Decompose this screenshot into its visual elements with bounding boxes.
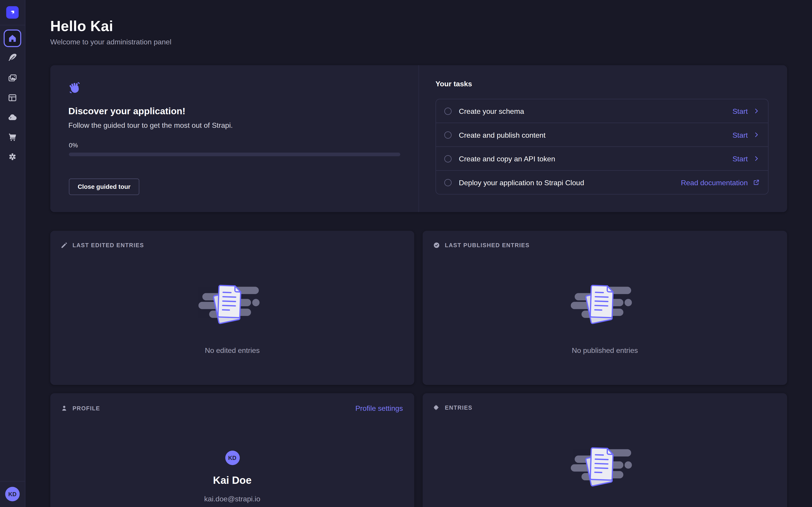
profile-name: Kai Doe bbox=[213, 474, 252, 486]
page-subtitle: Welcome to your administration panel bbox=[50, 38, 171, 46]
profile-email: kai.doe@strapi.io bbox=[204, 495, 260, 503]
task-status-circle bbox=[444, 107, 452, 114]
sidebar: KD bbox=[0, 0, 26, 507]
sidebar-item-media-library[interactable] bbox=[0, 69, 25, 87]
tasks-heading: Your tasks bbox=[436, 80, 472, 88]
layout-icon bbox=[7, 93, 17, 103]
check-circle-icon bbox=[433, 241, 440, 249]
gear-icon bbox=[7, 152, 17, 162]
task-row: Create your schema Start bbox=[436, 99, 768, 123]
chevron-right-icon bbox=[753, 108, 760, 114]
task-status-circle bbox=[444, 179, 452, 186]
task-label: Create and publish content bbox=[459, 131, 725, 139]
entries-card: ENTRIES No published entries bbox=[422, 393, 787, 507]
widget-header: LAST EDITED ENTRIES bbox=[50, 231, 414, 249]
widget-header: PROFILE Profile settings bbox=[50, 393, 414, 412]
empty-state-text: No edited entries bbox=[205, 346, 260, 354]
media-library-icon bbox=[7, 73, 17, 83]
last-edited-entries-card: LAST EDITED ENTRIES No edited entries bbox=[50, 231, 414, 385]
task-status-circle bbox=[444, 131, 452, 138]
guided-tour-column: Discover your application! Follow the gu… bbox=[50, 65, 418, 212]
widget-title: LAST PUBLISHED ENTRIES bbox=[445, 242, 529, 248]
waving-hand-icon bbox=[68, 82, 81, 95]
documents-illustration bbox=[571, 443, 639, 492]
person-icon bbox=[61, 404, 68, 412]
widget-header: ENTRIES bbox=[422, 393, 787, 411]
last-published-entries-card: LAST PUBLISHED ENTRIES No published entr… bbox=[422, 231, 787, 385]
puzzle-icon bbox=[433, 404, 440, 411]
chevron-right-icon bbox=[753, 131, 760, 138]
close-guided-tour-button[interactable]: Close guided tour bbox=[69, 178, 139, 195]
documents-illustration bbox=[571, 281, 639, 330]
empty-state: No published entries bbox=[422, 443, 787, 507]
sidebar-item-settings[interactable] bbox=[0, 148, 25, 166]
task-label: Create your schema bbox=[459, 107, 725, 115]
guided-tour-card: Discover your application! Follow the gu… bbox=[50, 65, 787, 212]
empty-state: No edited entries bbox=[50, 281, 414, 354]
task-start-link[interactable]: Start bbox=[732, 107, 760, 115]
chevron-right-icon bbox=[753, 155, 760, 162]
widget-title: PROFILE bbox=[72, 405, 100, 411]
home-icon bbox=[8, 34, 17, 43]
sidebar-divider bbox=[0, 481, 25, 482]
empty-state-text: No published entries bbox=[572, 346, 638, 354]
read-documentation-link[interactable]: Read documentation bbox=[681, 178, 760, 186]
task-action-label: Start bbox=[732, 131, 748, 139]
profile-card: PROFILE Profile settings KD Kai Doe kai.… bbox=[50, 393, 414, 507]
task-action-label: Read documentation bbox=[681, 178, 748, 186]
progress-bar bbox=[69, 153, 400, 156]
task-status-circle bbox=[444, 155, 452, 162]
cloud-icon bbox=[7, 112, 17, 123]
widget-title: ENTRIES bbox=[445, 404, 472, 411]
page-title: Hello Kai bbox=[50, 18, 113, 35]
sidebar-item-deploy-cloud[interactable] bbox=[0, 109, 25, 126]
user-avatar[interactable]: KD bbox=[5, 487, 19, 501]
profile-body: KD Kai Doe kai.doe@strapi.io bbox=[50, 451, 414, 507]
cart-icon bbox=[7, 132, 17, 142]
sidebar-item-marketplace[interactable] bbox=[0, 128, 25, 146]
task-row: Create and copy an API token Start bbox=[436, 147, 768, 170]
widget-title: LAST EDITED ENTRIES bbox=[72, 242, 144, 248]
sidebar-item-home[interactable] bbox=[4, 30, 21, 47]
task-start-link[interactable]: Start bbox=[732, 131, 760, 139]
task-start-link[interactable]: Start bbox=[732, 154, 760, 163]
guided-tour-description: Follow the guided tour to get the most o… bbox=[68, 121, 233, 129]
progress-label: 0% bbox=[69, 142, 78, 149]
strapi-logo-icon bbox=[8, 8, 17, 17]
task-row: Create and publish content Start bbox=[436, 123, 768, 147]
widget-header: LAST PUBLISHED ENTRIES bbox=[422, 231, 787, 249]
pencil-icon bbox=[61, 241, 68, 249]
feather-icon bbox=[7, 53, 17, 63]
task-row: Deploy your application to Strapi Cloud … bbox=[436, 170, 768, 194]
strapi-admin-dashboard: KD Hello Kai Welcome to your administrat… bbox=[0, 0, 812, 507]
task-label: Deploy your application to Strapi Cloud bbox=[459, 178, 673, 186]
your-tasks-column: Your tasks Create your schema Start Crea… bbox=[419, 65, 787, 212]
profile-settings-link[interactable]: Profile settings bbox=[355, 404, 403, 412]
task-list: Create your schema Start Create and publ… bbox=[436, 99, 768, 195]
external-link-icon bbox=[753, 179, 760, 186]
sidebar-item-content-manager[interactable] bbox=[0, 49, 25, 67]
sidebar-item-content-type-builder[interactable] bbox=[0, 89, 25, 107]
empty-state: No published entries bbox=[422, 281, 787, 354]
task-action-label: Start bbox=[732, 107, 748, 115]
task-label: Create and copy an API token bbox=[459, 154, 725, 163]
profile-avatar: KD bbox=[225, 451, 240, 465]
strapi-logo bbox=[6, 6, 19, 19]
documents-illustration bbox=[198, 281, 266, 330]
sidebar-divider bbox=[0, 25, 25, 25]
guided-tour-title: Discover your application! bbox=[68, 106, 186, 117]
task-action-label: Start bbox=[732, 154, 748, 163]
